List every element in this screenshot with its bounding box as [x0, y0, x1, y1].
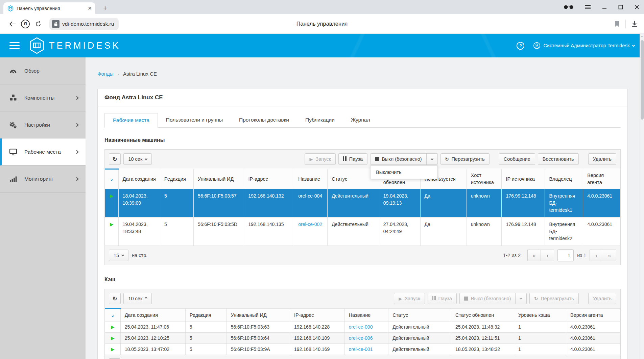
- sidebar-item-settings[interactable]: Настройки: [0, 111, 86, 138]
- user-menu[interactable]: Системный Администратор Termidesk: [533, 42, 635, 49]
- table-row[interactable]: ▶25.04.2023, 12:10:25556:6F:10:F5:03:641…: [105, 333, 620, 344]
- help-icon[interactable]: ?: [517, 42, 524, 50]
- browser-menu-icon[interactable]: [585, 5, 591, 9]
- restore-button[interactable]: Восстановить: [538, 153, 579, 165]
- cell-agent_version: 4.0.0.23061: [583, 217, 620, 246]
- cell-created: 18.04.2023, 10:39:09: [118, 189, 160, 217]
- row-select-cell[interactable]: ▶: [105, 217, 119, 246]
- page-size-select[interactable]: 15: [109, 250, 128, 261]
- sidebar-item-workplaces[interactable]: Рабочие места: [0, 138, 86, 165]
- start-button[interactable]: ▶ Запуск: [305, 153, 335, 165]
- url-bar[interactable]: vdi-demo.termidesk.ru: [49, 18, 119, 30]
- refresh-interval-select[interactable]: 10 сек: [123, 293, 152, 304]
- refresh-button[interactable]: ↻: [109, 153, 121, 165]
- machine-name-link[interactable]: orel-ce-006: [349, 335, 373, 341]
- machine-name-link[interactable]: orel-ce-002: [298, 222, 322, 227]
- machine-name-link[interactable]: orel-ce-000: [349, 324, 373, 330]
- machine-name-link[interactable]: orel-ce-001: [349, 347, 373, 352]
- prev-page-button[interactable]: ‹: [541, 250, 554, 261]
- tab-delivery-protocols[interactable]: Протоколы доставки: [231, 113, 297, 127]
- running-play-icon: ▶: [111, 324, 115, 330]
- cell-status_updated: 18.05.2023, 13:48:32: [451, 344, 514, 355]
- download-icon[interactable]: [631, 21, 638, 27]
- column-header: Название: [294, 169, 328, 189]
- page-number-input[interactable]: [557, 249, 574, 261]
- cell-name: orel-ce-001: [344, 344, 388, 355]
- power-off-safe-button[interactable]: Выкл (безопасно): [370, 153, 426, 165]
- pause-button[interactable]: Пауза: [338, 153, 367, 165]
- hamburger-menu-icon[interactable]: [9, 42, 20, 49]
- sidebar-item-monitoring[interactable]: Мониторинг: [0, 165, 86, 193]
- assigned-machines-title: Назначенные машины: [104, 137, 621, 143]
- bookmark-icon[interactable]: [614, 21, 620, 27]
- sidebar-item-overview[interactable]: Обзор: [0, 57, 86, 84]
- back-button[interactable]: [6, 21, 19, 27]
- start-button[interactable]: ▶ Запуск: [394, 293, 425, 304]
- cell-owner: Внутренняя БД-termidesk2: [545, 217, 583, 246]
- cell-name: orel-ce-000: [344, 322, 388, 333]
- reload-button[interactable]: [32, 21, 45, 27]
- yandex-button[interactable]: Я: [19, 20, 32, 28]
- browser-tab[interactable]: Панель управления ✕: [3, 2, 95, 14]
- power-off-safe-button[interactable]: Выкл (безопасно): [459, 293, 516, 304]
- last-page-button[interactable]: »: [603, 250, 616, 261]
- tab-workplaces[interactable]: Рабочие места: [104, 113, 158, 128]
- row-select-cell[interactable]: ▶: [105, 333, 121, 344]
- cell-agent_version: 4.0.0.23061: [566, 322, 620, 333]
- delete-button[interactable]: Удалить: [588, 293, 616, 304]
- cell-ip: 192.168.140.132: [244, 189, 294, 217]
- tab-publications[interactable]: Публикации: [297, 113, 343, 127]
- sidebar-item-components[interactable]: Компоненты: [0, 84, 86, 111]
- tab-users-groups[interactable]: Пользователи и группы: [158, 113, 231, 127]
- scrollbar-thumb[interactable]: [641, 40, 644, 120]
- page-scrollbar[interactable]: ▲: [640, 34, 644, 359]
- machine-name-link[interactable]: orel-ce-004: [298, 193, 322, 199]
- tab-journal[interactable]: Журнал: [343, 113, 378, 127]
- reboot-icon: ↻: [445, 157, 449, 162]
- delete-button[interactable]: Удалить: [588, 153, 616, 165]
- column-header: Редакция: [185, 309, 226, 322]
- select-all-header[interactable]: [105, 169, 119, 189]
- window-maximize-button[interactable]: [618, 5, 623, 9]
- new-tab-button[interactable]: +: [100, 3, 110, 13]
- row-select-cell[interactable]: ▶: [105, 344, 121, 355]
- message-button[interactable]: Сообщение: [499, 153, 535, 165]
- tab-close-icon[interactable]: ✕: [88, 5, 92, 11]
- table-row[interactable]: ▶25.04.2023, 11:47:06556:6F:10:F5:03:631…: [105, 322, 620, 333]
- table-row[interactable]: ▶18.05.2023, 13:47:02556:6F:10:F5:03:9A1…: [105, 344, 620, 355]
- assigned-table-head: Дата созданияРедакцияУникальный ИДIP-адр…: [105, 169, 620, 189]
- cell-uid: 56:6F:10:F5:03:57: [194, 189, 244, 217]
- user-name: Системный Администратор Termidesk: [543, 43, 630, 48]
- breadcrumb-funds-link[interactable]: Фонды: [97, 71, 114, 77]
- cell-revision: 5: [160, 189, 194, 217]
- power-off-dropdown-menu: Выключить: [370, 165, 437, 179]
- first-page-button[interactable]: «: [527, 250, 541, 261]
- cell-owner: Внутренняя БД-termidesk1: [545, 189, 583, 217]
- refresh-interval-select[interactable]: 10 сек: [123, 153, 152, 165]
- reboot-button[interactable]: ↻ Перезагрузить: [529, 293, 578, 304]
- refresh-button[interactable]: ↻: [109, 293, 121, 304]
- select-all-header[interactable]: [105, 309, 121, 322]
- window-minimize-button[interactable]: [602, 5, 607, 9]
- gears-icon: [9, 121, 18, 129]
- per-page-label: на стр.: [132, 253, 147, 258]
- cell-created: 25.04.2023, 11:47:06: [120, 322, 185, 333]
- table-row[interactable]: ▶19.04.2023, 18:33:48556:6F:10:F5:03:5D1…: [105, 217, 620, 246]
- power-off-dropdown-toggle[interactable]: [515, 293, 527, 304]
- row-select-cell[interactable]: ▶: [105, 322, 121, 333]
- scrollbar-up-arrow[interactable]: ▲: [640, 34, 644, 39]
- cell-ip: 192.168.140.228: [290, 322, 345, 333]
- table-row[interactable]: ▶18.04.2023, 10:39:09556:6F:10:F5:03:571…: [105, 189, 620, 217]
- power-off-menu-item[interactable]: Выключить: [371, 166, 437, 179]
- running-play-icon: ▶: [111, 347, 115, 352]
- power-off-dropdown-toggle[interactable]: [426, 153, 438, 165]
- reboot-button[interactable]: ↻ Перезагрузить: [440, 153, 490, 165]
- play-icon: ▶: [399, 296, 402, 301]
- select-all-chevron-icon: [112, 315, 114, 317]
- row-select-cell[interactable]: ▶: [105, 189, 119, 217]
- pause-button[interactable]: Пауза: [428, 293, 457, 304]
- column-header: Владелец: [545, 169, 583, 189]
- cache-table-head: Дата созданияРедакцияУникальный ИДIP-адр…: [105, 309, 620, 322]
- window-close-button[interactable]: [635, 5, 639, 9]
- next-page-button[interactable]: ›: [590, 250, 603, 261]
